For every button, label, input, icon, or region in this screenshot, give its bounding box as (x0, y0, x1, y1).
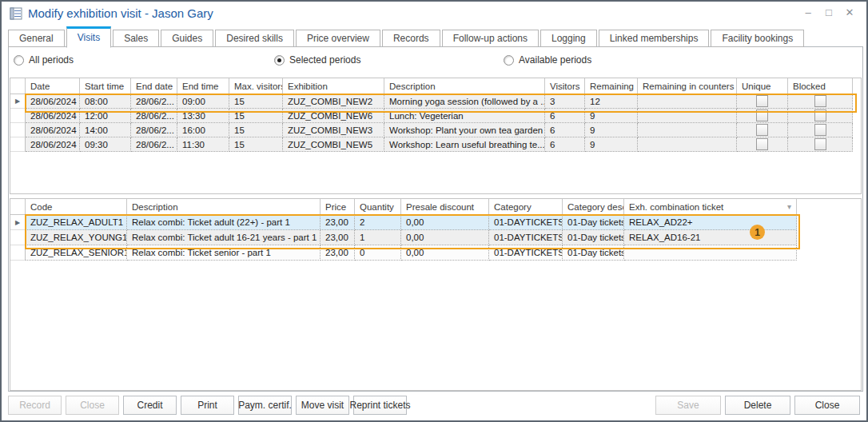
column-header-remaining-in-counters[interactable]: Remaining in counters (638, 78, 737, 94)
table-row[interactable]: ZUZ_RELAX_YOUNG1Relax combi: Ticket adul… (10, 230, 797, 245)
column-header-category[interactable]: Category (489, 199, 563, 215)
table-row[interactable]: 28/06/202414:0028/06/2...16:0015ZUZ_COMB… (10, 123, 853, 137)
column-header-exhibition[interactable]: Exhibition (283, 78, 384, 94)
visits-grid: DateStart timeEnd dateEnd timeMax. visit… (10, 78, 862, 194)
print-button[interactable]: Print (181, 396, 234, 415)
unique-checkbox[interactable] (756, 95, 768, 107)
column-header-start-time[interactable]: Start time (80, 78, 131, 94)
column-header-label: End time (182, 82, 218, 91)
column-header-max-visitors[interactable]: Max. visitors (229, 78, 283, 94)
cell-presale-discount: 0,00 (401, 230, 489, 245)
close-button[interactable]: ✕ (844, 6, 855, 19)
tab-visits[interactable]: Visits (66, 26, 111, 48)
footer-right-buttons: SaveDeleteClose (655, 396, 860, 416)
column-header-date[interactable]: Date (26, 78, 80, 94)
paym-certif-button[interactable]: Paym. certif. (238, 396, 292, 415)
filter-dropdown-icon[interactable]: ▾ (787, 202, 791, 211)
grid-header-row: CodeDescriptionPriceQuantityPresale disc… (10, 199, 797, 215)
column-header-blocked[interactable]: Blocked (788, 78, 853, 94)
column-header-unique[interactable]: Unique (737, 78, 788, 94)
move-visit-button[interactable]: Move visit (296, 396, 349, 415)
row-selector[interactable]: ▶ (10, 215, 26, 230)
cell-remaining: 12 (585, 94, 638, 109)
column-header-end-time[interactable]: End time (177, 78, 229, 94)
tab-logging[interactable]: Logging (540, 30, 597, 47)
tab-records[interactable]: Records (382, 30, 440, 47)
tab-price-overview[interactable]: Price overview (296, 30, 380, 47)
column-header-presale-discount[interactable]: Presale discount (401, 199, 489, 215)
column-header-end-date[interactable]: End date (131, 78, 177, 94)
tab-guides[interactable]: Guides (161, 30, 213, 47)
cell-price: 23,00 (321, 215, 355, 230)
minimize-button[interactable]: – (802, 6, 814, 19)
cell-presale-discount: 0,00 (401, 245, 489, 261)
radio-all-periods[interactable]: All periods (14, 54, 74, 66)
radio-available-periods[interactable]: Available periods (504, 54, 591, 66)
column-header-quantity[interactable]: Quantity (355, 199, 401, 215)
row-selector[interactable] (10, 123, 26, 137)
credit-button[interactable]: Credit (123, 396, 177, 415)
column-header-label: Presale discount (406, 202, 474, 212)
row-selector[interactable] (10, 230, 26, 245)
cell-date: 28/06/2024 (26, 94, 80, 109)
cell-category: 01-DAYTICKETS (489, 215, 563, 230)
tab-general[interactable]: General (8, 30, 65, 47)
column-header-code[interactable]: Code (26, 199, 127, 215)
column-header-visitors[interactable]: Visitors (545, 78, 585, 94)
unique-checkbox[interactable] (756, 124, 768, 136)
grid-header-row: DateStart timeEnd dateEnd timeMax. visit… (10, 78, 853, 94)
cell-blocked (788, 109, 853, 123)
delete-button[interactable]: Delete (725, 396, 790, 415)
close-button[interactable]: Close (794, 396, 860, 415)
table-row[interactable]: 28/06/202409:3028/06/2...11:3015ZUZ_COMB… (10, 137, 853, 152)
cell-remaining: 9 (585, 109, 638, 123)
tab-linked-memberships[interactable]: Linked memberships (599, 30, 710, 47)
tab-follow-up-actions[interactable]: Follow-up actions (442, 30, 539, 47)
reprint-tickets-button[interactable]: Reprint tickets (353, 396, 407, 415)
column-header-label: Quantity (360, 202, 394, 212)
cell-category-descr: 01-Day tickets (563, 230, 624, 245)
cell-end-date: 28/06/2... (131, 123, 177, 137)
blocked-checkbox[interactable] (814, 124, 826, 136)
blocked-checkbox[interactable] (814, 95, 826, 107)
tab-facility-bookings[interactable]: Facility bookings (711, 30, 804, 47)
cell-visitors: 6 (545, 109, 585, 123)
cell-start-time: 12:00 (80, 109, 131, 123)
maximize-button[interactable]: □ (823, 6, 834, 19)
table-row[interactable]: ▶ZUZ_RELAX_ADULT1Relax combi: Ticket adu… (10, 215, 797, 230)
column-header-description[interactable]: Description (127, 199, 321, 215)
table-row[interactable]: ZUZ_RELAX_SENIOR1Relax combi: Ticket sen… (10, 245, 797, 261)
row-selector[interactable] (10, 109, 26, 123)
radio-circle-icon (14, 55, 24, 66)
blocked-checkbox[interactable] (814, 109, 826, 121)
blocked-checkbox[interactable] (814, 138, 826, 150)
cell-remaining-in-counters (638, 94, 737, 109)
column-header-price[interactable]: Price (321, 199, 355, 215)
tab-desired-skills[interactable]: Desired skills (215, 30, 294, 47)
column-header-remaining[interactable]: Remaining (585, 78, 638, 94)
radio-selected-periods[interactable]: Selected periods (274, 54, 360, 66)
cell-max-visitors: 15 (229, 123, 283, 137)
unique-checkbox[interactable] (756, 109, 768, 121)
cell-blocked (788, 137, 853, 152)
cell-description: Relax combi: Ticket adult (22+) - part 1 (127, 215, 321, 230)
close-button: Close (66, 396, 119, 415)
row-selector[interactable] (10, 245, 26, 261)
column-header-description[interactable]: Description (384, 78, 545, 94)
cell-exhibition: ZUZ_COMBI_NEW2 (283, 94, 384, 109)
cell-unique (737, 137, 788, 152)
column-header-label: Description (389, 82, 436, 91)
tab-sales[interactable]: Sales (113, 30, 159, 47)
table-row[interactable]: 28/06/202412:0028/06/2...13:3015ZUZ_COMB… (10, 109, 853, 123)
cell-date: 28/06/2024 (26, 123, 80, 137)
cell-exh-combination-ticket: RELAX_AD16-21 (624, 230, 797, 245)
column-header-exh-combination-ticket[interactable]: Exh. combination ticket▾ (624, 199, 797, 215)
cell-blocked (788, 123, 853, 137)
unique-checkbox[interactable] (756, 138, 768, 150)
cell-code: ZUZ_RELAX_SENIOR1 (26, 245, 127, 261)
cell-max-visitors: 15 (229, 109, 283, 123)
row-selector[interactable] (10, 137, 26, 152)
column-header-category-descr[interactable]: Category descr. (563, 199, 624, 215)
row-selector[interactable]: ▶ (10, 94, 26, 109)
table-row[interactable]: ▶28/06/202408:0028/06/2...09:0015ZUZ_COM… (10, 94, 853, 109)
